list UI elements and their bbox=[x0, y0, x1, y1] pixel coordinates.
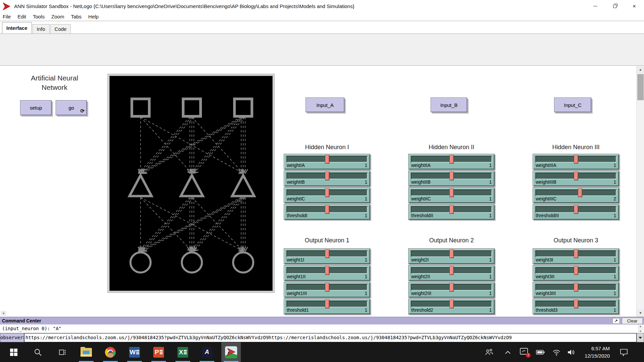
slider-handle[interactable] bbox=[574, 172, 578, 180]
close-button[interactable]: × bbox=[625, 0, 644, 12]
slider-thresholdII[interactable]: thresholdII1 bbox=[408, 204, 495, 220]
slider-threshold3[interactable]: threshold31 bbox=[533, 299, 619, 314]
people-button[interactable] bbox=[482, 342, 496, 362]
slider-handle[interactable] bbox=[449, 249, 454, 258]
command-input-field[interactable]: https://mercerislandschools.zoom.us/j/93… bbox=[24, 333, 637, 342]
slider-handle[interactable] bbox=[449, 283, 454, 292]
slider-weight3III[interactable]: weight3III1 bbox=[533, 282, 619, 298]
excel-button[interactable]: X bbox=[173, 342, 193, 362]
slider-handle[interactable] bbox=[449, 300, 454, 308]
slider-weight3I[interactable]: weight3I1 bbox=[533, 248, 619, 264]
slider-weightIIC[interactable]: weightIIC1 bbox=[408, 187, 495, 203]
scroll-up-arrow-icon[interactable]: ▲ bbox=[637, 66, 644, 73]
slider-handle[interactable] bbox=[325, 283, 329, 292]
setup-button[interactable]: setup bbox=[20, 100, 52, 115]
menu-item-zoom[interactable]: Zoom bbox=[48, 12, 67, 21]
slider-handle[interactable] bbox=[325, 300, 329, 308]
slider-weight3II[interactable]: weight3II1 bbox=[533, 265, 619, 281]
slider-handle[interactable] bbox=[574, 249, 578, 258]
task-view-button[interactable] bbox=[52, 342, 72, 362]
scroll-down-arrow-icon[interactable]: ▼ bbox=[638, 330, 643, 333]
slider-handle[interactable] bbox=[574, 266, 578, 275]
taskbar-clock[interactable]: 6:57 AM 12/15/2020 bbox=[578, 342, 610, 362]
slider-handle[interactable] bbox=[449, 188, 454, 197]
chrome-button[interactable] bbox=[101, 342, 120, 362]
slider-handle[interactable] bbox=[578, 188, 582, 197]
main-vertical-scrollbar[interactable]: ▲ ▼ bbox=[636, 66, 644, 317]
slider-thresholdI[interactable]: thresholdI1 bbox=[284, 204, 370, 220]
menu-item-help[interactable]: Help bbox=[85, 12, 102, 21]
restore-button[interactable] bbox=[605, 0, 625, 12]
slider-handle[interactable] bbox=[325, 188, 329, 197]
slider-handle[interactable] bbox=[449, 155, 454, 164]
slider-weight1I[interactable]: weight1I1 bbox=[284, 248, 370, 264]
acrobat-button[interactable]: A bbox=[197, 342, 217, 362]
scroll-down-arrow-icon[interactable]: ▼ bbox=[637, 309, 644, 317]
battery-button[interactable] bbox=[534, 342, 547, 362]
slider-handle[interactable] bbox=[574, 300, 578, 308]
command-output-scrollbar[interactable]: ▲ ▼ bbox=[638, 324, 643, 333]
tab-bar: InterfaceInfoCode bbox=[0, 21, 644, 34]
slider-handle[interactable] bbox=[574, 205, 578, 214]
minimize-button[interactable] bbox=[586, 0, 605, 12]
word-button[interactable]: W bbox=[125, 342, 144, 362]
input-button-c[interactable]: Input_C bbox=[554, 98, 591, 112]
input-button-a[interactable]: Input_A bbox=[306, 98, 344, 112]
tab-info[interactable]: Info bbox=[33, 24, 50, 34]
slider-weightIIB[interactable]: weightIIB1 bbox=[408, 171, 495, 186]
volume-button[interactable] bbox=[565, 342, 578, 362]
scroll-up-arrow-icon[interactable]: ▲ bbox=[638, 325, 643, 328]
tray-expand-button[interactable] bbox=[502, 342, 514, 362]
tab-interface[interactable]: Interface bbox=[2, 22, 32, 34]
menu-item-edit[interactable]: Edit bbox=[14, 12, 30, 21]
slider-weightIIIC[interactable]: weightIIIC2 bbox=[533, 187, 619, 203]
slider-weight1III[interactable]: weight1III1 bbox=[284, 282, 370, 298]
slider-weight1II[interactable]: weight1II1 bbox=[284, 265, 370, 281]
world-view[interactable] bbox=[109, 76, 273, 291]
wifi-button[interactable] bbox=[550, 342, 563, 362]
clear-button[interactable]: Clear bbox=[622, 318, 643, 324]
menu-item-tabs[interactable]: Tabs bbox=[67, 12, 85, 21]
slider-handle[interactable] bbox=[449, 205, 454, 214]
menu-item-tools[interactable]: Tools bbox=[30, 12, 48, 21]
slider-label: weightIC bbox=[287, 196, 305, 201]
slider-weight2III[interactable]: weight2III1 bbox=[408, 282, 495, 298]
slider-handle[interactable] bbox=[574, 283, 578, 292]
scroll-left-arrow-icon[interactable]: ◂ bbox=[1, 311, 6, 316]
slider-weightIIIB[interactable]: weightIIIB1 bbox=[533, 171, 619, 186]
slider-threshold2[interactable]: threshold21 bbox=[408, 299, 495, 314]
scrollbar-thumb[interactable] bbox=[637, 74, 644, 100]
slider-weightIIA[interactable]: weightIIA1 bbox=[408, 154, 495, 170]
slider-handle[interactable] bbox=[325, 155, 329, 164]
file-explorer-button[interactable] bbox=[76, 342, 96, 362]
menu-item-file[interactable]: File bbox=[0, 12, 14, 21]
netlogo-taskbar-button[interactable] bbox=[221, 342, 241, 362]
slider-handle[interactable] bbox=[325, 205, 329, 214]
slider-handle[interactable] bbox=[574, 155, 578, 164]
slider-weightIC[interactable]: weightIC1 bbox=[284, 187, 370, 203]
slider-weight2I[interactable]: weight2I1 bbox=[408, 248, 495, 264]
tab-code[interactable]: Code bbox=[50, 24, 71, 34]
slider-weightIB[interactable]: weightIB1 bbox=[284, 171, 370, 186]
slider-weight2II[interactable]: weight2II1 bbox=[408, 265, 495, 281]
observer-prompt[interactable]: observer> bbox=[0, 333, 24, 342]
slider-value: 1 bbox=[613, 179, 616, 185]
slider-handle[interactable] bbox=[449, 172, 454, 180]
powerpoint-button[interactable]: P bbox=[149, 342, 168, 362]
slider-handle[interactable] bbox=[325, 266, 329, 275]
go-button[interactable]: go ⟳ bbox=[56, 100, 87, 115]
slider-weightIIIA[interactable]: weightIIIA1 bbox=[533, 154, 619, 170]
notification-tray-app-button[interactable]: ! bbox=[518, 342, 531, 362]
start-button[interactable] bbox=[4, 342, 23, 362]
slider-handle[interactable] bbox=[325, 172, 329, 180]
slider-handle[interactable] bbox=[325, 249, 329, 258]
slider-weightIA[interactable]: weightIA1 bbox=[284, 154, 370, 170]
input-button-b[interactable]: Input_B bbox=[431, 98, 467, 112]
slider-threshold1[interactable]: threshold11 bbox=[284, 299, 370, 314]
command-center-expand-button[interactable]: ↗ bbox=[612, 318, 620, 324]
slider-handle[interactable] bbox=[449, 266, 454, 275]
action-center-button[interactable] bbox=[616, 342, 631, 362]
search-button[interactable] bbox=[28, 342, 48, 362]
command-history-button[interactable] bbox=[637, 333, 644, 342]
slider-thresholdIII[interactable]: thresholdIII1 bbox=[533, 204, 619, 220]
